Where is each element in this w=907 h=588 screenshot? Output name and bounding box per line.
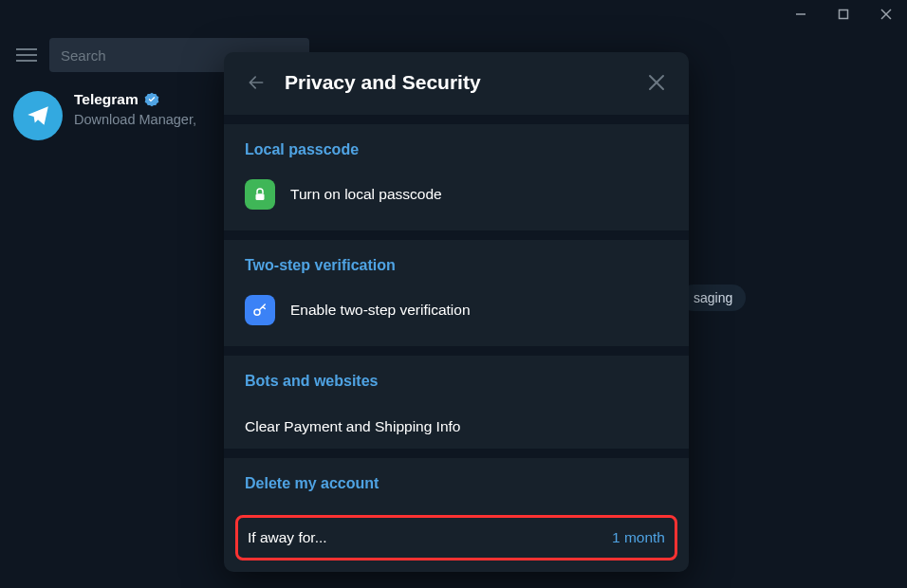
key-icon xyxy=(245,295,275,325)
row-label: Turn on local passcode xyxy=(290,186,442,203)
row-if-away-for[interactable]: If away for... 1 month xyxy=(235,515,677,560)
close-button[interactable] xyxy=(645,71,668,94)
chat-title: Telegram xyxy=(74,91,139,108)
delete-away-value: 1 month xyxy=(612,529,665,546)
window-minimize-button[interactable] xyxy=(779,0,822,28)
window-controls xyxy=(779,0,907,28)
delete-away-label: If away for... xyxy=(248,529,327,546)
chat-subtitle: Download Manager, xyxy=(74,112,196,127)
lock-icon xyxy=(245,179,275,210)
row-label: Enable two-step verification xyxy=(290,302,471,319)
menu-button[interactable] xyxy=(13,42,40,68)
section-delete-account: Delete my account xyxy=(224,458,689,515)
verified-icon xyxy=(144,92,159,107)
background-badge: saging xyxy=(680,285,746,311)
close-icon xyxy=(648,74,665,91)
window-close-button[interactable] xyxy=(864,0,907,28)
modal-header: Privacy and Security xyxy=(224,52,689,115)
section-bots: Bots and websites xyxy=(224,356,689,390)
svg-rect-1 xyxy=(839,10,847,19)
row-clear-payment-info[interactable]: Clear Payment and Shipping Info xyxy=(224,405,689,449)
row-turn-on-local-passcode[interactable]: Turn on local passcode xyxy=(245,174,668,215)
avatar xyxy=(13,91,63,140)
section-header-local-passcode: Local passcode xyxy=(245,141,668,158)
arrow-left-icon xyxy=(247,73,266,92)
hamburger-icon xyxy=(16,47,37,63)
privacy-security-modal: Privacy and Security Local passcode Turn… xyxy=(224,52,689,572)
section-header-two-step: Two-step verification xyxy=(245,257,668,274)
chat-text: Telegram Download Manager, xyxy=(74,91,196,127)
window-maximize-button[interactable] xyxy=(822,0,864,28)
section-header-bots: Bots and websites xyxy=(245,373,668,390)
section-two-step: Two-step verification Enable two-step ve… xyxy=(224,240,689,346)
section-local-passcode: Local passcode Turn on local passcode xyxy=(224,124,689,230)
row-enable-two-step[interactable]: Enable two-step verification xyxy=(245,289,668,331)
section-header-delete: Delete my account xyxy=(245,475,668,492)
telegram-icon xyxy=(26,103,50,128)
back-button[interactable] xyxy=(245,71,268,94)
svg-rect-9 xyxy=(256,193,265,200)
modal-title: Privacy and Security xyxy=(285,71,628,94)
